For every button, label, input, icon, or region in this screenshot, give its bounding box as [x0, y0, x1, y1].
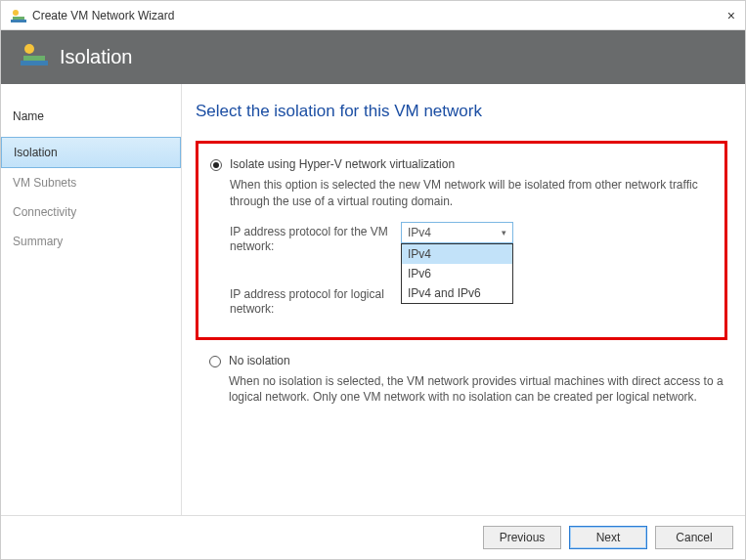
chevron-down-icon: ▾ [502, 228, 506, 237]
close-icon[interactable]: × [727, 8, 735, 23]
next-button[interactable]: Next [569, 526, 647, 549]
protocol-fields: IP address protocol for the VM network: … [230, 222, 713, 320]
radio-isolate[interactable] [210, 159, 222, 171]
sidebar-item-name[interactable]: Name [1, 102, 181, 137]
option-noisolation-section: No isolation When no isolation is select… [196, 354, 727, 407]
option-noisolation-row[interactable]: No isolation [209, 354, 727, 367]
footer: Previous Next Cancel [1, 515, 745, 559]
sidebar-item-summary[interactable]: Summary [1, 227, 181, 256]
content-pane: Select the isolation for this VM network… [182, 84, 745, 515]
logical-protocol-label: IP address protocol for logical network: [230, 284, 401, 318]
svg-rect-2 [11, 20, 26, 22]
titlebar: Create VM Network Wizard × [1, 1, 745, 30]
option-isolate-label: Isolate using Hyper-V network virtualiza… [230, 157, 455, 171]
radio-noisolation[interactable] [209, 356, 221, 367]
highlight-box: Isolate using Hyper-V network virtualiza… [196, 141, 727, 340]
vm-protocol-value: IPv4 [408, 226, 431, 239]
vm-protocol-label: IP address protocol for the VM network: [230, 222, 401, 255]
dropdown-item-ipv4[interactable]: IPv4 [402, 244, 512, 264]
cancel-button[interactable]: Cancel [655, 526, 733, 549]
sidebar-item-connectivity[interactable]: Connectivity [1, 197, 181, 227]
option-noisolation-description: When no isolation is selected, the VM ne… [229, 373, 727, 407]
svg-point-3 [24, 44, 34, 54]
header-title: Isolation [60, 46, 133, 68]
dropdown-item-ipv6[interactable]: IPv6 [402, 264, 512, 283]
option-noisolation-label: No isolation [229, 354, 290, 367]
sidebar: Name Isolation VM Subnets Connectivity S… [1, 84, 182, 515]
sidebar-item-vmsubnets[interactable]: VM Subnets [1, 168, 181, 197]
header-band: Isolation [1, 30, 745, 84]
window-title: Create VM Network Wizard [32, 9, 174, 22]
page-title: Select the isolation for this VM network [196, 102, 727, 121]
svg-point-0 [13, 10, 19, 16]
vm-protocol-selected[interactable]: IPv4 ▾ [401, 222, 513, 243]
sidebar-item-isolation[interactable]: Isolation [1, 137, 181, 168]
previous-button[interactable]: Previous [483, 526, 561, 549]
svg-rect-5 [21, 61, 48, 65]
wizard-window: Create VM Network Wizard × Isolation Nam… [0, 0, 746, 560]
option-isolate-row[interactable]: Isolate using Hyper-V network virtualiza… [210, 157, 713, 171]
option-isolate-description: When this option is selected the new VM … [230, 177, 713, 210]
header-icon [21, 41, 48, 73]
dropdown-item-ipv4ipv6[interactable]: IPv4 and IPv6 [402, 283, 512, 303]
vm-protocol-combo[interactable]: IPv4 ▾ IPv4 IPv6 IPv4 and IPv6 [401, 222, 513, 243]
wizard-body: Name Isolation VM Subnets Connectivity S… [1, 84, 745, 515]
vm-protocol-dropdown: IPv4 IPv6 IPv4 and IPv6 [401, 243, 513, 304]
wizard-icon [11, 8, 26, 23]
